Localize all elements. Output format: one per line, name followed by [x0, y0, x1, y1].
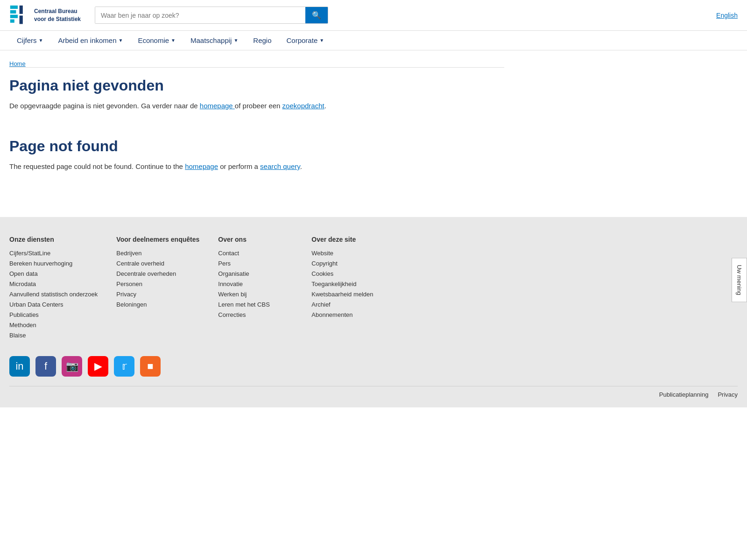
svg-rect-4	[20, 6, 23, 14]
logo-text: Centraal Bureau voor de Statistiek	[34, 7, 81, 23]
search-area: 🔍	[95, 7, 328, 24]
footer-col-title-over-site: Over deze site	[311, 236, 386, 243]
search-link-en[interactable]: search query	[260, 162, 300, 170]
footer-link-decentrale[interactable]: Decentrale overheden	[116, 270, 199, 277]
footer-link-contact[interactable]: Contact	[218, 250, 293, 257]
nav-item-arbeid[interactable]: Arbeid en inkomen ▼	[50, 31, 130, 50]
footer-link-organisatie[interactable]: Organisatie	[218, 270, 293, 277]
homepage-link-en[interactable]: homepage	[185, 162, 218, 170]
footer-col-over-ons: Over ons Contact Pers Organisatie Innova…	[218, 236, 293, 342]
chevron-down-icon: ▼	[171, 38, 176, 43]
footer-link-urban[interactable]: Urban Data Centers	[9, 301, 98, 308]
footer-link-archief[interactable]: Archief	[311, 301, 386, 308]
footer-link-personen[interactable]: Personen	[116, 280, 199, 287]
footer-col-over-site: Over deze site Website Copyright Cookies…	[311, 236, 386, 342]
nav-item-corporate[interactable]: Corporate ▼	[279, 31, 332, 50]
chevron-down-icon: ▼	[319, 38, 324, 43]
instagram-icon[interactable]: 📷	[62, 356, 82, 377]
footer-link-publicaties[interactable]: Publicaties	[9, 311, 98, 318]
footer-col-title-onze-diensten: Onze diensten	[9, 236, 98, 243]
page-desc-en: The requested page could not be found. C…	[9, 162, 504, 170]
footer-col-title-voor-deelnemers: Voor deelnemers enquêtes	[116, 236, 199, 243]
twitter-icon[interactable]: 𝕣	[114, 356, 134, 377]
main-content: Home Pagina niet gevonden De opgevraagde…	[0, 50, 747, 189]
svg-rect-2	[10, 15, 18, 18]
footer-link-correcties[interactable]: Correcties	[218, 311, 293, 318]
rss-icon[interactable]: ■	[140, 356, 161, 377]
logo[interactable]: Centraal Bureau voor de Statistiek	[9, 5, 81, 26]
nav-item-maatschappij[interactable]: Maatschappij ▼	[183, 31, 246, 50]
footer-link-blaise[interactable]: Blaise	[9, 332, 98, 339]
footer-col-onze-diensten: Onze diensten Cijfers/StatLine Bereken h…	[9, 236, 98, 342]
page-title-nl: Pagina niet gevonden	[9, 77, 504, 94]
footer-link-microdata[interactable]: Microdata	[9, 280, 98, 287]
footer-link-bereken[interactable]: Bereken huurverhoging	[9, 260, 98, 267]
footer-link-toegankelijkheid[interactable]: Toegankelijkheid	[311, 280, 386, 287]
footer-publicatieplanning-link[interactable]: Publicatieplanning	[659, 391, 709, 398]
footer-bottom: Publicatieplanning Privacy	[9, 386, 738, 398]
social-links: in f 📷 ▶ 𝕣 ■	[9, 356, 738, 377]
linkedin-icon[interactable]: in	[9, 356, 30, 377]
cbs-logo-icon	[9, 5, 30, 26]
footer-link-leren[interactable]: Leren met het CBS	[218, 301, 293, 308]
feedback-tab[interactable]: Uw mening	[732, 258, 747, 302]
footer-link-privacy[interactable]: Privacy	[116, 291, 199, 298]
search-box: 🔍	[95, 7, 328, 24]
chevron-down-icon: ▼	[119, 38, 123, 43]
footer-link-werken-bij[interactable]: Werken bij	[218, 291, 293, 298]
search-link-nl[interactable]: zoekopdracht	[282, 102, 324, 110]
footer-link-methoden[interactable]: Methoden	[9, 322, 98, 329]
footer-link-abonnementen[interactable]: Abonnementen	[311, 311, 386, 318]
page-desc-nl: De opgevraagde pagina is niet gevonden. …	[9, 102, 504, 110]
footer: Onze diensten Cijfers/StatLine Bereken h…	[0, 217, 747, 407]
search-button[interactable]: 🔍	[305, 7, 328, 23]
footer-link-centrale-overheid[interactable]: Centrale overheid	[116, 260, 199, 267]
chevron-down-icon: ▼	[233, 38, 238, 43]
footer-link-aanvullend[interactable]: Aanvullend statistisch onderzoek	[9, 291, 98, 298]
footer-col-title-over-ons: Over ons	[218, 236, 293, 243]
svg-rect-3	[10, 20, 14, 23]
footer-privacy-link[interactable]: Privacy	[718, 391, 738, 398]
breadcrumb-home[interactable]: Home	[9, 60, 26, 67]
footer-link-bedrijven[interactable]: Bedrijven	[116, 250, 199, 257]
footer-link-beloningen[interactable]: Beloningen	[116, 301, 199, 308]
footer-col-voor-deelnemers: Voor deelnemers enquêtes Bedrijven Centr…	[116, 236, 199, 342]
svg-rect-5	[20, 15, 23, 24]
footer-link-cookies[interactable]: Cookies	[311, 270, 386, 277]
homepage-link-nl[interactable]: homepage	[200, 102, 235, 110]
footer-link-copyright[interactable]: Copyright	[311, 260, 386, 267]
footer-link-website[interactable]: Website	[311, 250, 386, 257]
footer-link-cijfers-statline[interactable]: Cijfers/StatLine	[9, 250, 98, 257]
page-title-en: Page not found	[9, 138, 504, 155]
footer-link-kwetsbaarheid[interactable]: Kwetsbaarheid melden	[311, 291, 386, 298]
footer-link-pers[interactable]: Pers	[218, 260, 293, 267]
header: Centraal Bureau voor de Statistiek 🔍 Eng…	[0, 0, 747, 31]
nav-item-cijfers[interactable]: Cijfers ▼	[9, 31, 50, 50]
footer-link-open-data[interactable]: Open data	[9, 270, 98, 277]
search-input[interactable]	[95, 7, 305, 23]
chevron-down-icon: ▼	[39, 38, 43, 43]
footer-columns: Onze diensten Cijfers/StatLine Bereken h…	[9, 236, 738, 342]
svg-rect-0	[10, 6, 18, 9]
nav-item-regio[interactable]: Regio	[246, 31, 279, 50]
main-nav: Cijfers ▼ Arbeid en inkomen ▼ Economie ▼…	[0, 31, 747, 50]
facebook-icon[interactable]: f	[35, 356, 56, 377]
language-switch[interactable]: English	[716, 12, 738, 19]
footer-link-innovatie[interactable]: Innovatie	[218, 280, 293, 287]
nav-item-economie[interactable]: Economie ▼	[130, 31, 183, 50]
youtube-icon[interactable]: ▶	[88, 356, 108, 377]
svg-rect-1	[10, 10, 16, 14]
